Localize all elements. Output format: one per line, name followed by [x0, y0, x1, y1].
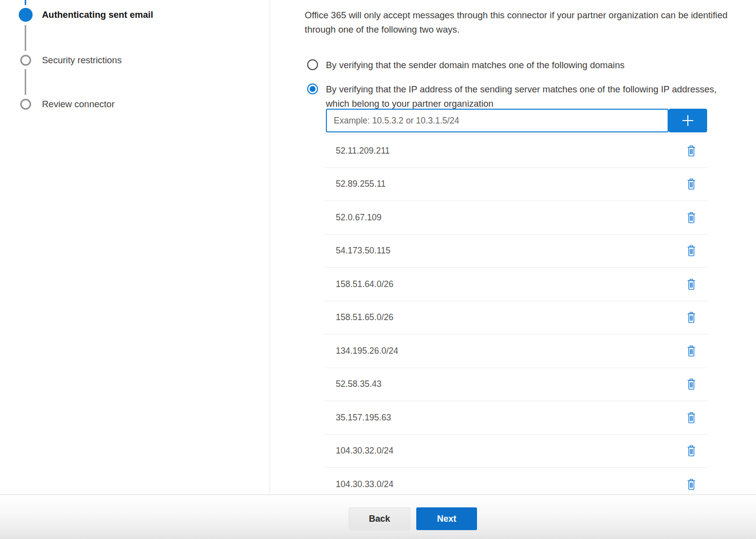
delete-ip-button[interactable] [685, 444, 698, 458]
ip-address-text: 158.51.64.0/26 [336, 279, 394, 290]
delete-ip-button[interactable] [685, 210, 698, 224]
step-circle-icon [20, 99, 31, 110]
trash-icon [686, 311, 697, 324]
trash-icon [686, 444, 697, 457]
step-label: Authenticating sent email [42, 9, 153, 20]
delete-ip-button[interactable] [685, 411, 698, 424]
verification-option-0[interactable]: By verifying that the sender domain matc… [307, 58, 730, 72]
trash-icon [686, 478, 697, 491]
step-connector-line [25, 69, 26, 95]
ip-list-row: 52.89.255.11 [324, 167, 708, 201]
wizard-steps-sidebar: Authenticating sent email Security restr… [0, 0, 270, 495]
ip-list-row: 134.195.26.0/24 [324, 334, 708, 368]
trash-icon [686, 211, 697, 224]
ip-list-row: 52.11.209.211 [324, 134, 708, 167]
radio-unselected[interactable] [307, 59, 318, 70]
ip-address-input[interactable] [326, 109, 669, 132]
ip-list-row: 158.51.65.0/26 [324, 301, 708, 334]
step-connector-line [25, 25, 26, 51]
option-label: By verifying that the sender domain matc… [326, 58, 625, 72]
wizard-step-0[interactable]: Authenticating sent email [19, 8, 153, 22]
delete-ip-button[interactable] [685, 277, 698, 291]
delete-ip-button[interactable] [685, 344, 698, 358]
verification-options: By verifying that the sender domain matc… [307, 58, 730, 111]
ip-address-text: 158.51.65.0/26 [336, 312, 394, 323]
ip-address-text: 134.195.26.0/24 [336, 346, 398, 356]
ip-input-row [326, 109, 707, 132]
ip-list-row: 35.157.195.63 [324, 401, 708, 434]
ip-address-text: 104.30.32.0/24 [336, 446, 394, 456]
trash-icon [686, 344, 697, 358]
wizard-step-list: Authenticating sent email Security restr… [0, 8, 153, 110]
ip-address-text: 54.173.50.115 [336, 246, 391, 256]
intro-text: Office 365 will only accept messages thr… [305, 8, 755, 37]
step-label: Review connector [42, 99, 115, 110]
step-circle-icon [19, 8, 33, 22]
trash-icon [686, 244, 697, 257]
delete-ip-button[interactable] [685, 144, 698, 158]
next-button[interactable]: Next [416, 507, 477, 530]
trash-icon [686, 144, 697, 158]
ip-list-row: 52.58.35.43 [324, 368, 708, 401]
delete-ip-button[interactable] [685, 477, 698, 491]
ip-list-row: 54.173.50.115 [324, 234, 708, 268]
step-circle-icon [20, 55, 31, 66]
ip-address-text: 35.157.195.63 [336, 413, 391, 423]
delete-ip-button[interactable] [685, 377, 698, 391]
ip-list-row: 52.0.67.109 [324, 201, 708, 234]
verification-option-1[interactable]: By verifying that the IP address of the … [307, 82, 730, 111]
back-button[interactable]: Back [349, 507, 410, 530]
ip-address-text: 52.89.255.11 [336, 179, 386, 189]
ip-address-text: 52.58.35.43 [336, 379, 381, 389]
step-label: Security restrictions [42, 55, 121, 66]
trash-icon [686, 177, 697, 191]
wizard-footer: Back Next [0, 495, 756, 539]
add-ip-button[interactable] [669, 109, 707, 132]
trash-icon [686, 278, 697, 291]
ip-list-row: 104.30.32.0/24 [324, 434, 708, 468]
delete-ip-button[interactable] [685, 177, 698, 191]
wizard-step-1[interactable]: Security restrictions [19, 55, 153, 66]
trash-icon [686, 377, 697, 391]
ip-list-row: 104.30.33.0/24 [324, 467, 708, 495]
trash-icon [686, 411, 697, 424]
option-label: By verifying that the IP address of the … [326, 82, 730, 111]
sidebar-divider [270, 0, 270, 495]
ip-address-text: 52.0.67.109 [336, 212, 381, 223]
connector-wizard-page: Authenticating sent email Security restr… [0, 0, 756, 539]
ip-address-text: 104.30.33.0/24 [336, 479, 394, 490]
delete-ip-button[interactable] [685, 311, 698, 325]
radio-selected[interactable] [307, 83, 318, 94]
plus-icon [680, 113, 695, 128]
delete-ip-button[interactable] [685, 244, 698, 258]
ip-list-row: 158.51.64.0/26 [324, 267, 708, 301]
ip-address-text: 52.11.209.211 [336, 146, 390, 156]
step-connector-line-top [25, 0, 26, 5]
wizard-step-2[interactable]: Review connector [19, 99, 153, 110]
ip-address-list: 52.11.209.211 52.89.255.11 [324, 134, 708, 495]
